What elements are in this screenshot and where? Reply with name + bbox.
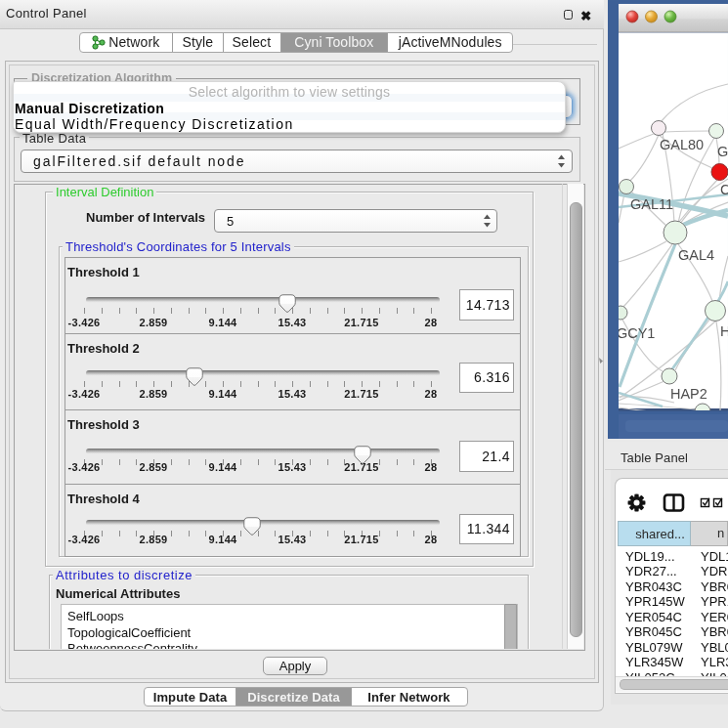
svg-text:C: C: [720, 182, 728, 197]
svg-text:GA: GA: [717, 144, 728, 159]
svg-text:GCY1: GCY1: [617, 325, 655, 341]
svg-text:GAL11: GAL11: [630, 196, 673, 212]
svg-text:H: H: [720, 323, 728, 339]
svg-text:GAL4: GAL4: [678, 247, 714, 263]
svg-text:HAP2: HAP2: [670, 386, 707, 402]
svg-text:GAL80: GAL80: [660, 137, 704, 152]
